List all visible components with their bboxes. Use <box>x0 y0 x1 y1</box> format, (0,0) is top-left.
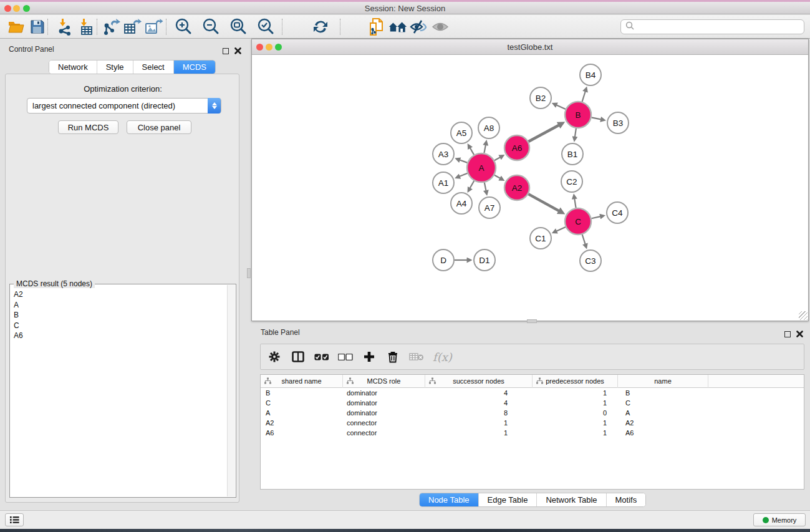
edge-A-A6[interactable] <box>494 157 500 160</box>
cell-mcds_role[interactable]: connector <box>343 428 425 438</box>
edge-B-B2[interactable] <box>557 105 566 109</box>
node-A1[interactable]: A1 <box>433 172 454 193</box>
vertical-scroll-nub[interactable] <box>247 268 251 278</box>
cell-mcds_role[interactable]: connector <box>343 418 425 428</box>
column-header-predecessor_nodes[interactable]: predecessor nodes <box>533 375 618 388</box>
mcds-list-scrollbar[interactable] <box>227 285 235 496</box>
table-row[interactable]: Cdominator41C <box>261 398 804 408</box>
tab-style[interactable]: Style <box>97 60 133 74</box>
mcds-result-item[interactable]: B <box>11 310 227 321</box>
table-row[interactable]: Bdominator41B <box>261 388 804 398</box>
column-header-name[interactable]: name <box>618 375 708 388</box>
cell-shared_name[interactable]: A6 <box>261 428 343 438</box>
window-resize-grip[interactable] <box>799 311 808 320</box>
show-all-icon[interactable] <box>430 17 450 36</box>
edge-C-C4[interactable] <box>591 216 600 218</box>
cell-predecessor_nodes[interactable]: 1 <box>533 428 618 438</box>
node-A2[interactable]: A2 <box>504 175 529 200</box>
deselect-all-checkboxes-icon[interactable] <box>338 349 353 365</box>
table-settings-icon[interactable] <box>267 349 282 365</box>
node-C4[interactable]: C4 <box>607 202 628 223</box>
tab-edge-table[interactable]: Edge Table <box>479 493 538 506</box>
cell-successor_nodes[interactable]: 4 <box>425 388 533 398</box>
column-header-shared_name[interactable]: shared name <box>261 375 343 388</box>
run-mcds-button[interactable]: Run MCDS <box>58 120 118 134</box>
tab-node-table[interactable]: Node Table <box>420 493 479 506</box>
function-builder-icon[interactable]: f(x) <box>433 351 452 364</box>
node-B2[interactable]: B2 <box>530 87 551 109</box>
zoom-in-icon[interactable] <box>173 17 193 36</box>
node-B3[interactable]: B3 <box>607 112 629 133</box>
import-table-icon[interactable] <box>76 17 96 36</box>
cell-mcds_role[interactable]: dominator <box>343 408 425 418</box>
edge-C-C1[interactable] <box>557 227 566 231</box>
node-A4[interactable]: A4 <box>451 193 472 214</box>
edge-B-B3[interactable] <box>592 117 601 119</box>
edge-A-A4[interactable] <box>470 181 475 188</box>
network-graph[interactable]: B4B2BB3A5A8A6B1A3AA1A2C2A4A7C4CC1C3DD1 <box>252 56 808 321</box>
export-network-icon[interactable] <box>102 17 122 36</box>
cell-mcds_role[interactable]: dominator <box>343 388 425 398</box>
search-input[interactable] <box>620 19 804 34</box>
tab-select[interactable]: Select <box>133 60 174 74</box>
close-panel-button[interactable]: Close panel <box>127 120 191 134</box>
node-C[interactable]: C <box>565 208 591 235</box>
edge-A6-B[interactable] <box>528 125 559 142</box>
node-A7[interactable]: A7 <box>479 197 500 218</box>
node-A3[interactable]: A3 <box>433 143 454 165</box>
node-C2[interactable]: C2 <box>561 171 582 192</box>
table-row[interactable]: A2connector11A2 <box>261 418 804 428</box>
edge-A-A8[interactable] <box>484 145 485 153</box>
mcds-result-item[interactable]: A6 <box>11 331 227 341</box>
edge-A-A2[interactable] <box>494 175 500 178</box>
tab-network[interactable]: Network <box>49 60 97 74</box>
float-panel-icon[interactable] <box>223 48 229 54</box>
cell-shared_name[interactable]: C <box>261 398 343 408</box>
edge-A2-C[interactable] <box>528 194 559 211</box>
criterion-select[interactable]: largest connected component (directed) <box>27 98 221 114</box>
cell-successor_nodes[interactable]: 8 <box>425 408 533 418</box>
delete-row-icon[interactable] <box>385 349 400 365</box>
node-A5[interactable]: A5 <box>451 122 472 143</box>
task-history-button[interactable] <box>5 513 24 526</box>
edge-B-B1[interactable] <box>575 128 576 137</box>
network-window-titlebar[interactable]: testGlobe.txt <box>252 39 808 55</box>
edge-A-A3[interactable] <box>460 160 467 162</box>
cell-shared_name[interactable]: A2 <box>261 418 343 428</box>
cell-predecessor_nodes[interactable]: 1 <box>533 418 618 428</box>
cell-predecessor_nodes[interactable]: 1 <box>533 398 618 408</box>
open-session-icon[interactable] <box>6 17 26 36</box>
edge-A-A7[interactable] <box>485 183 486 191</box>
cell-successor_nodes[interactable]: 1 <box>425 428 533 438</box>
zoom-selected-icon[interactable] <box>256 17 276 36</box>
delete-table-icon[interactable] <box>409 349 424 365</box>
cell-name[interactable]: C <box>618 398 708 408</box>
tab-network-table[interactable]: Network Table <box>537 493 606 506</box>
tab-motifs[interactable]: Motifs <box>607 493 646 506</box>
node-A[interactable]: A <box>467 153 496 182</box>
float-table-panel-icon[interactable] <box>784 331 791 337</box>
column-header-mcds_role[interactable]: MCDS role <box>343 375 425 388</box>
select-all-checkboxes-icon[interactable] <box>314 349 329 365</box>
node-A8[interactable]: A8 <box>478 117 499 138</box>
node-B[interactable]: B <box>565 102 591 128</box>
close-table-panel-icon[interactable] <box>796 329 803 340</box>
cell-name[interactable]: A6 <box>618 428 708 438</box>
node-B4[interactable]: B4 <box>580 64 601 85</box>
zoom-fit-icon[interactable] <box>228 17 248 36</box>
network-canvas[interactable]: B4B2BB3A5A8A6B1A3AA1A2C2A4A7C4CC1C3DD1 <box>252 56 808 321</box>
column-header-successor_nodes[interactable]: successor nodes <box>425 375 533 388</box>
zoom-out-icon[interactable] <box>201 17 221 36</box>
edge-A-A5[interactable] <box>470 148 474 155</box>
node-A6[interactable]: A6 <box>504 135 529 160</box>
export-image-icon[interactable] <box>144 17 164 36</box>
edge-C-C3[interactable] <box>582 235 586 244</box>
mcds-result-item[interactable]: A2 <box>11 289 227 300</box>
mcds-result-item[interactable]: A <box>11 300 227 311</box>
close-panel-icon[interactable] <box>234 46 241 57</box>
new-network-from-selection-icon[interactable] <box>367 17 387 36</box>
edge-C-C2[interactable] <box>574 199 576 208</box>
cell-predecessor_nodes[interactable]: 0 <box>533 408 618 418</box>
node-table[interactable]: shared nameMCDS rolesuccessor nodesprede… <box>260 374 804 490</box>
table-row[interactable]: Adominator80A <box>261 408 804 418</box>
